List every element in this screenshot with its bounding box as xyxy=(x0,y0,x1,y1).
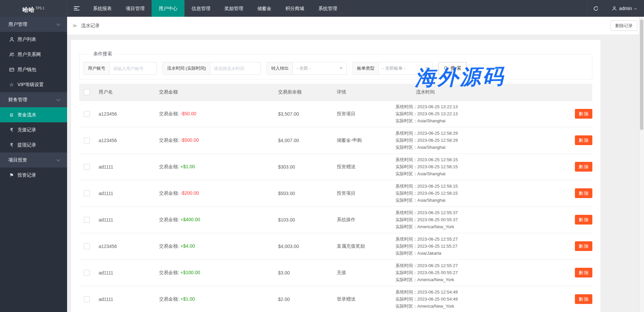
sidebar-group-finance[interactable]: 财务管理 xyxy=(0,92,67,107)
system-time: 2023-06-25 12:55:27 xyxy=(417,263,458,268)
sidebar-item-label: VIP等级设置 xyxy=(17,82,44,88)
sidebar-collapse-icon[interactable] xyxy=(67,0,86,17)
amount-label: 交易金额: xyxy=(159,270,180,275)
timezone: Asia/Jakarta xyxy=(417,251,441,256)
row-checkbox[interactable] xyxy=(84,243,90,249)
sidebar-item-recharge-records[interactable]: ₹ 充值记录 xyxy=(0,122,67,137)
sidebar-item-label: 投资记录 xyxy=(17,172,36,178)
scrollbar-thumb[interactable] xyxy=(640,19,643,130)
time-block: 系统时间：2023-06-25 12:55:27 实际时间：2023-06-25… xyxy=(395,262,555,283)
direction-select[interactable]: - 全部 - xyxy=(293,62,346,74)
sidebar-item-user-list[interactable]: 用户列表 xyxy=(0,32,67,47)
main-content: ≫ 流水记录 删除记录 条件搜索 用户账号 流水时间 (实际时间) 转入转出 xyxy=(67,17,644,312)
flow-time-input[interactable] xyxy=(210,62,261,74)
user-menu[interactable]: admin xyxy=(604,0,644,17)
time-block: 系统时间：2023-06-25 12:56:15 实际时间：2023-06-25… xyxy=(395,183,555,204)
chevron-down-icon xyxy=(56,97,60,101)
sidebar-item-user-network[interactable]: 用户关系网 xyxy=(0,47,67,62)
sidebar-item-vip-levels[interactable]: ☆ VIP等级设置 xyxy=(0,77,67,92)
delete-button[interactable]: 删 除 xyxy=(575,241,592,251)
bitcoin-icon: Ƀ xyxy=(8,112,15,118)
system-time: 2023-06-25 12:58:29 xyxy=(417,131,458,136)
col-header-amount: 交易金额 xyxy=(154,84,273,101)
breadcrumb-bar: ≫ 流水记录 删除记录 xyxy=(67,17,644,35)
delete-button[interactable]: 删 除 xyxy=(575,188,592,198)
row-detail: 储蓄金-申购 xyxy=(332,127,391,153)
system-time-label: 系统时间： xyxy=(395,157,417,162)
actual-time: 2023-06-25 13:22:13 xyxy=(417,111,458,116)
delete-button[interactable]: 删 除 xyxy=(575,215,592,225)
caret-down-icon xyxy=(339,67,343,69)
timezone-label: 实际时区： xyxy=(395,198,417,203)
sidebar-group-user-management[interactable]: 用户管理 xyxy=(0,17,67,32)
group-label: 项目投资 xyxy=(8,157,27,163)
menu-item-points-mall[interactable]: 积分商城 xyxy=(278,0,311,17)
delete-button[interactable]: 删 除 xyxy=(575,294,592,304)
menu-item-info[interactable]: 信息管理 xyxy=(184,0,217,17)
menu-item-savings[interactable]: 储蓄金 xyxy=(250,0,278,17)
sidebar-item-label: 资金流水 xyxy=(17,112,36,118)
col-header-detail: 详情 xyxy=(332,84,391,101)
system-time: 2023-06-25 12:54:49 xyxy=(417,290,458,295)
search-button[interactable]: 搜 索 xyxy=(438,62,467,75)
amount-label: 交易金额: xyxy=(159,190,180,196)
actual-time-label: 实际时间： xyxy=(395,111,417,116)
time-block: 系统时间：2023-06-25 12:55:27 实际时间：2023-06-25… xyxy=(395,236,555,257)
row-balance: $503.00 xyxy=(273,180,332,206)
vertical-scrollbar[interactable] xyxy=(639,17,644,312)
sidebar-item-fund-flow[interactable]: Ƀ 资金流水 xyxy=(0,107,67,122)
row-checkbox[interactable] xyxy=(84,190,90,196)
row-checkbox[interactable] xyxy=(84,164,90,170)
delete-button[interactable]: 删 除 xyxy=(575,135,592,145)
row-checkbox[interactable] xyxy=(84,111,90,117)
row-checkbox[interactable] xyxy=(84,137,90,143)
actual-time: 2023-06-25 12:56:15 xyxy=(417,164,458,169)
sidebar-group-project-investment[interactable]: 项目投资 xyxy=(0,152,67,168)
time-block: 系统时间：2023-06-25 13:22:13 实际时间：2023-06-25… xyxy=(395,103,555,124)
system-time-label: 系统时间： xyxy=(395,237,417,242)
amount-label: 交易金额: xyxy=(159,164,180,169)
select-all-checkbox[interactable] xyxy=(84,89,90,95)
system-time-label: 系统时间： xyxy=(395,131,417,136)
sidebar-item-label: 用户钱包 xyxy=(17,67,36,73)
chevron-up-icon xyxy=(634,8,637,11)
row-username: ad1111 xyxy=(94,286,154,312)
actual-time-label: 实际时间： xyxy=(395,270,417,275)
amount-value: +$4.00 xyxy=(180,243,195,249)
caret-down-icon xyxy=(425,67,429,69)
timezone: Asia/Shanghai xyxy=(417,198,445,203)
row-checkbox[interactable] xyxy=(84,296,90,302)
row-checkbox[interactable] xyxy=(84,217,90,223)
sidebar-item-investment-records[interactable]: ⚑ 投资记录 xyxy=(0,168,67,183)
filter-flow-time: 流水时间 (实际时间) xyxy=(163,62,261,75)
menu-item-projects[interactable]: 项目管理 xyxy=(119,0,152,17)
table-row: a123456 交易金额: -$500.00 $4,007.00 储蓄金-申购 … xyxy=(79,127,592,153)
row-detail: 投资项目 xyxy=(332,101,391,127)
timezone: Asia/Shanghai xyxy=(417,171,445,176)
menu-item-reports[interactable]: 系统报表 xyxy=(86,0,119,17)
users-icon xyxy=(8,52,15,57)
menu-item-system[interactable]: 系统管理 xyxy=(311,0,344,17)
delete-button[interactable]: 删 除 xyxy=(575,268,592,277)
delete-button[interactable]: 删 除 xyxy=(575,162,592,172)
table-row: ad1111 交易金额: +$1.00 $2.00 登录赠送 系统时间：2023… xyxy=(79,286,592,312)
system-time: 2023-06-25 13:22:13 xyxy=(417,104,458,109)
page-title: 流水记录 xyxy=(81,23,100,28)
delete-button[interactable]: 删 除 xyxy=(575,109,592,119)
filter-direction: 转入转出 - 全部 - xyxy=(267,62,347,75)
sidebar-item-user-wallet[interactable]: 用户钱包 xyxy=(0,62,67,77)
sidebar-item-withdrawal-records[interactable]: ₹ 提现记录 xyxy=(0,137,67,152)
sidebar-item-label: 提现记录 xyxy=(17,142,36,148)
menu-item-user-center[interactable]: 用户中心 xyxy=(152,0,184,17)
account-input[interactable] xyxy=(110,62,157,74)
refresh-icon[interactable] xyxy=(587,0,604,17)
timezone: America/New_York xyxy=(417,224,454,229)
system-time-label: 系统时间： xyxy=(395,104,417,109)
delete-records-button[interactable]: 删除记录 xyxy=(610,20,637,31)
actual-time: 2023-06-25 00:55:37 xyxy=(417,217,458,222)
menu-item-rewards[interactable]: 奖励管理 xyxy=(217,0,250,17)
actual-time: 2023-06-25 11:55:27 xyxy=(417,244,458,249)
actual-time-label: 实际时间： xyxy=(395,191,417,196)
row-checkbox[interactable] xyxy=(84,270,90,276)
bill-type-select[interactable]: - 全部账单 - xyxy=(379,62,432,74)
